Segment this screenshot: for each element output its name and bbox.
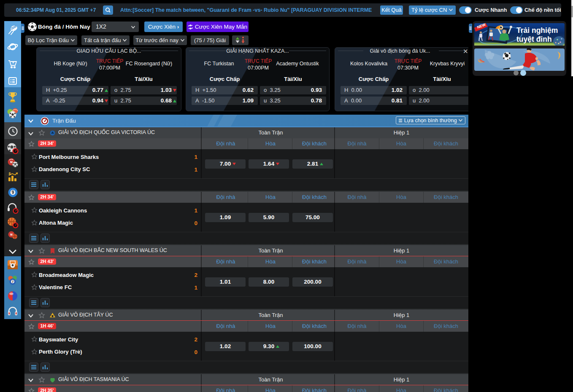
svg-text:9: 9 (11, 190, 14, 195)
svg-text:$: $ (12, 60, 14, 64)
svg-text:M: M (10, 161, 13, 164)
svg-text:7: 7 (12, 280, 14, 284)
svg-text:$: $ (8, 172, 11, 176)
svg-text:tuyệt đỉnh: tuyệt đỉnh (516, 35, 552, 43)
svg-text:Trải nghiệm: Trải nghiệm (516, 26, 558, 35)
svg-text:M: M (10, 233, 12, 236)
